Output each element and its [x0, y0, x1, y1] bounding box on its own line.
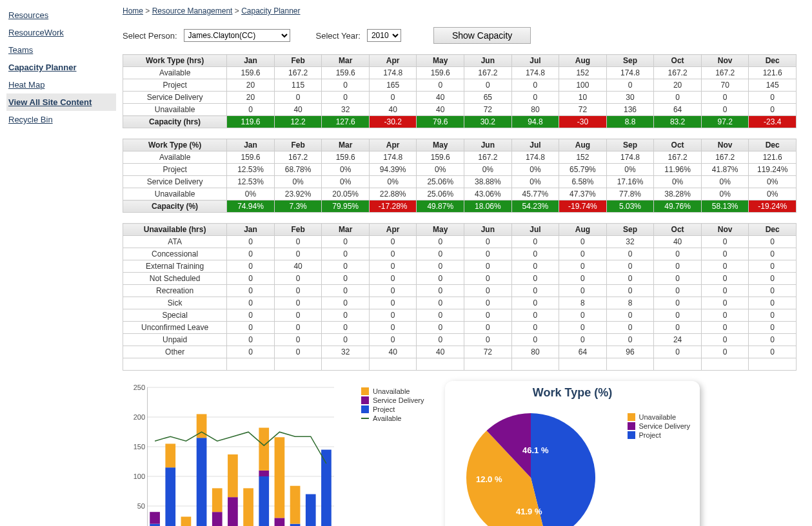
svg-rect-11	[197, 438, 207, 526]
svg-rect-23	[290, 524, 301, 526]
table-row: Unpaid0000000002400	[123, 334, 797, 346]
table-header: Unavailable (hrs)JanFebMarAprMayJunJulAu…	[123, 224, 797, 236]
capacity-row: Capacity (hrs)119.612.2127.6-30.279.630.…	[123, 116, 797, 128]
sidebar-item-teams[interactable]: Teams	[6, 41, 116, 59]
svg-rect-10	[181, 517, 192, 526]
svg-rect-9	[165, 443, 175, 467]
table-hrs: Work Type (hrs)JanFebMarAprMayJunJulAugS…	[123, 54, 797, 128]
sidebar-item-view-all[interactable]: View All Site Content	[6, 93, 116, 111]
svg-rect-18	[259, 476, 269, 526]
table-row: Unavailable0403240407280721366400	[123, 104, 797, 116]
svg-rect-6	[150, 524, 160, 526]
capacity-row: Capacity (%)74.94%7.3%79.95%-17.28%49.87…	[123, 200, 797, 213]
svg-rect-15	[228, 497, 238, 526]
controls: Select Person: James.Clayton(CC) Select …	[123, 27, 802, 44]
year-select[interactable]: 2010	[367, 29, 401, 42]
show-capacity-button[interactable]: Show Capacity	[433, 27, 531, 44]
table-row: ATA00000000324000	[123, 236, 797, 248]
sidebar-item-capacity-planner[interactable]: Capacity Planner	[6, 59, 116, 76]
table-row: Service Delivery20000406501030000	[123, 92, 797, 104]
svg-rect-24	[290, 486, 301, 524]
pie-legend: Unavailable Service Delivery Project	[628, 413, 690, 440]
table-row: External Training0400000000000	[123, 260, 797, 273]
breadcrumb-rm[interactable]: Resource Management	[152, 6, 233, 15]
svg-rect-20	[259, 428, 269, 471]
sidebar-item-resourcework[interactable]: ResourceWork	[6, 24, 116, 41]
table-row: Not Scheduled000000000000	[123, 273, 797, 285]
table-pct: Work Type (%)JanFebMarAprMayJunJulAugSep…	[123, 139, 797, 213]
svg-rect-17	[243, 488, 253, 526]
sidebar-item-heat-map[interactable]: Heat Map	[6, 76, 116, 93]
sidebar-item-recycle-bin[interactable]: Recycle Bin	[6, 111, 116, 128]
table-header: Work Type (%)JanFebMarAprMayJunJulAugSep…	[123, 139, 797, 151]
sidebar-item-resources[interactable]: Resources	[6, 6, 116, 24]
table-row: Sick000000088000	[123, 297, 797, 309]
year-label: Select Year:	[316, 31, 361, 41]
svg-rect-16	[228, 454, 238, 497]
table-row: Special000000000000	[123, 309, 797, 322]
breadcrumb-cp[interactable]: Capacity Planner	[241, 6, 300, 15]
table-row: Service Delivery12.53%0%0%0%25.06%38.88%…	[123, 176, 797, 188]
table-row: Project20115016500010002070145	[123, 79, 797, 92]
table-row: Unavailable0%23.92%20.05%22.88%25.06%43.…	[123, 188, 797, 200]
table-row: Available159.6167.2159.6174.8159.6167.21…	[123, 151, 797, 164]
table-row: Project12.53%68.78%0%94.39%0%0%0%65.79%0…	[123, 164, 797, 176]
person-label: Select Person:	[123, 31, 177, 41]
person-select[interactable]: James.Clayton(CC)	[184, 29, 290, 42]
pie-chart: Work Type (%) Unavailable Service Delive…	[445, 381, 700, 526]
svg-rect-13	[212, 512, 223, 526]
table-row: Other0032404072806496000	[123, 346, 797, 358]
table-row	[123, 358, 797, 371]
table-row: Concessional000000000000	[123, 248, 797, 260]
breadcrumb: Home > Resource Management > Capacity Pl…	[123, 6, 802, 27]
pie-title: Work Type (%)	[445, 381, 700, 400]
table-row: Unconfirmed Leave000000000000	[123, 322, 797, 334]
table-row: Available159.6167.2159.6174.8159.6167.21…	[123, 67, 797, 79]
main-content: Home > Resource Management > Capacity Pl…	[119, 0, 812, 526]
svg-rect-26	[321, 450, 332, 526]
svg-rect-14	[212, 488, 223, 512]
svg-rect-8	[165, 467, 175, 526]
svg-rect-7	[150, 512, 160, 523]
svg-rect-25	[306, 494, 316, 526]
table-row: Recreation000000000000	[123, 285, 797, 297]
table-header: Work Type (hrs)JanFebMarAprMayJunJulAugS…	[123, 55, 797, 67]
sidebar: Resources ResourceWork Teams Capacity Pl…	[0, 0, 119, 526]
table-unavail: Unavailable (hrs)JanFebMarAprMayJunJulAu…	[123, 223, 797, 371]
bar-chart: 050100150200250 FebAprJunAugOctDec Unava…	[123, 381, 426, 526]
svg-rect-22	[275, 437, 285, 518]
bar-legend: Unavailable Service Delivery Project Ava…	[361, 387, 424, 424]
breadcrumb-home[interactable]: Home	[123, 6, 143, 15]
svg-rect-21	[275, 518, 285, 526]
svg-rect-19	[259, 471, 269, 476]
